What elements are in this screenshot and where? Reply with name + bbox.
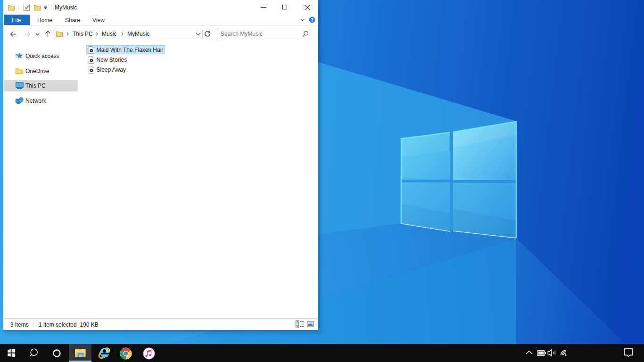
svg-text:?: ?: [311, 17, 314, 23]
